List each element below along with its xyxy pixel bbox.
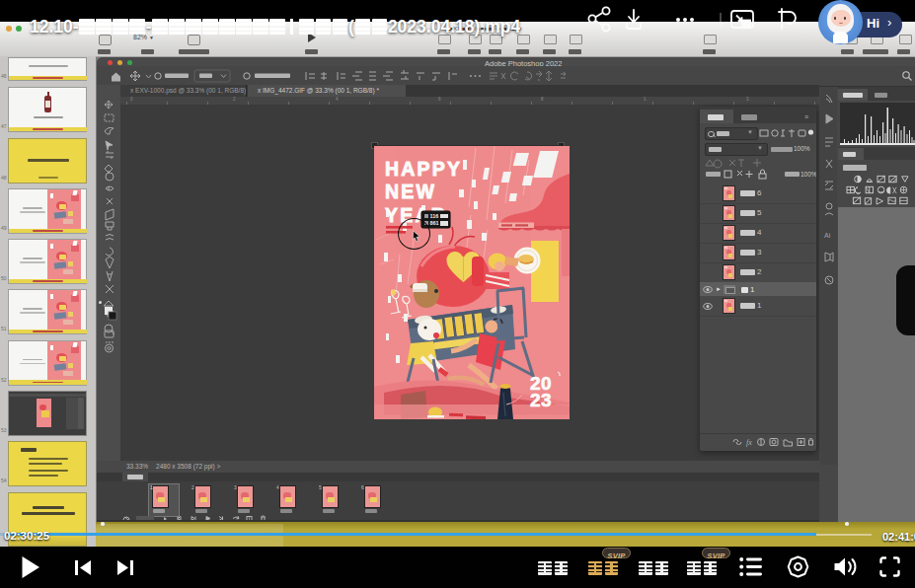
svg-text:fx: fx [746,438,752,447]
svg-text:23: 23 [530,390,552,410]
svg-text:Ai: Ai [824,232,831,239]
svg-text:NEW: NEW [385,181,436,202]
svg-text:HAPPY: HAPPY [385,158,462,180]
